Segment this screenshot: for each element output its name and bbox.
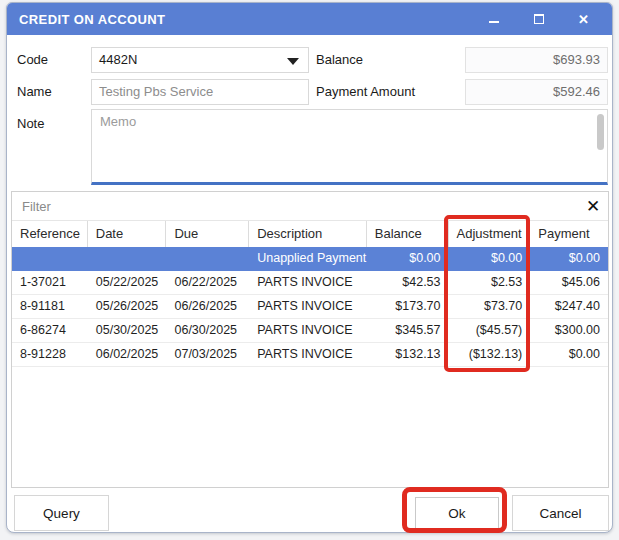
cell-adjustment: $0.00: [449, 247, 531, 270]
table-row[interactable]: 6-86274 05/30/2025 06/30/2025 PARTS INVO…: [12, 319, 608, 343]
cell-reference: 1-37021: [12, 271, 88, 294]
invoice-table: Reference Date Due Description Balance A…: [11, 220, 609, 488]
maximize-button[interactable]: [516, 3, 561, 35]
cell-balance: $132.13: [367, 343, 449, 366]
cell-balance: $42.53: [367, 271, 449, 294]
query-button[interactable]: Query: [14, 495, 109, 531]
ok-button[interactable]: Ok: [415, 497, 499, 529]
cell-due: [166, 247, 249, 270]
cell-payment: $0.00: [530, 247, 608, 270]
note-label: Note: [17, 111, 44, 137]
cell-description: PARTS INVOICE: [249, 343, 367, 366]
code-label: Code: [17, 47, 48, 73]
name-field[interactable]: Testing Pbs Service: [91, 79, 309, 105]
header-date[interactable]: Date: [88, 221, 167, 247]
cell-payment: $45.06: [530, 271, 608, 294]
window-controls: ✕: [471, 3, 606, 35]
table-header: Reference Date Due Description Balance A…: [12, 220, 608, 247]
balance-value: $693.93: [553, 52, 600, 67]
note-textarea[interactable]: Memo: [91, 109, 608, 185]
payment-amount-field[interactable]: $592.46: [465, 79, 608, 105]
name-value: Testing Pbs Service: [99, 84, 213, 99]
cell-payment: $300.00: [530, 319, 608, 342]
filter-input[interactable]: [12, 199, 578, 214]
cell-date: 05/26/2025: [88, 295, 167, 318]
cell-due: 06/26/2025: [166, 295, 249, 318]
cell-description: PARTS INVOICE: [249, 271, 367, 294]
close-icon: ✕: [578, 13, 589, 26]
cell-payment: $247.40: [530, 295, 608, 318]
cell-adjustment: ($132.13): [449, 343, 531, 366]
maximize-icon: [534, 14, 544, 24]
header-description[interactable]: Description: [249, 221, 367, 247]
header-payment[interactable]: Payment: [530, 221, 608, 247]
cell-due: 06/22/2025: [166, 271, 249, 294]
note-scrollbar[interactable]: [597, 114, 604, 150]
filter-bar: ✕: [11, 191, 609, 220]
cell-reference: 8-91181: [12, 295, 88, 318]
screen-background: CREDIT ON ACCOUNT ✕ Code 4482N Balance $…: [0, 0, 619, 540]
balance-field: $693.93: [465, 47, 608, 73]
header-balance[interactable]: Balance: [367, 221, 449, 247]
cell-date: 05/30/2025: [88, 319, 167, 342]
cell-date: 05/22/2025: [88, 271, 167, 294]
cell-payment: $0.00: [530, 343, 608, 366]
code-value: 4482N: [99, 52, 137, 67]
credit-on-account-dialog: CREDIT ON ACCOUNT ✕ Code 4482N Balance $…: [6, 2, 613, 533]
table-row[interactable]: 8-91181 05/26/2025 06/26/2025 PARTS INVO…: [12, 295, 608, 319]
minimize-icon: [489, 21, 499, 23]
name-label: Name: [17, 79, 52, 105]
cell-description: PARTS INVOICE: [249, 319, 367, 342]
titlebar[interactable]: CREDIT ON ACCOUNT ✕: [7, 3, 612, 35]
cell-adjustment: ($45.57): [449, 319, 531, 342]
table-body: Unapplied Payment $0.00 $0.00 $0.00 1-37…: [12, 247, 608, 367]
cell-reference: 8-91228: [12, 343, 88, 366]
cell-description: PARTS INVOICE: [249, 295, 367, 318]
cell-reference: [12, 247, 88, 270]
header-reference[interactable]: Reference: [12, 221, 88, 247]
table-row[interactable]: Unapplied Payment $0.00 $0.00 $0.00: [12, 247, 608, 271]
close-button[interactable]: ✕: [561, 3, 606, 35]
cell-balance: $173.70: [367, 295, 449, 318]
cell-adjustment: $2.53: [449, 271, 531, 294]
cell-reference: 6-86274: [12, 319, 88, 342]
table-row[interactable]: 1-37021 05/22/2025 06/22/2025 PARTS INVO…: [12, 271, 608, 295]
header-adjustment[interactable]: Adjustment: [449, 221, 531, 247]
cell-date: 06/02/2025: [88, 343, 167, 366]
cell-balance: $0.00: [367, 247, 449, 270]
table-row[interactable]: 8-91228 06/02/2025 07/03/2025 PARTS INVO…: [12, 343, 608, 367]
header-due[interactable]: Due: [166, 221, 249, 247]
code-dropdown[interactable]: 4482N: [91, 47, 309, 73]
cell-adjustment: $73.70: [449, 295, 531, 318]
dialog-title: CREDIT ON ACCOUNT: [7, 12, 165, 27]
payment-amount-value: $592.46: [553, 84, 600, 99]
note-placeholder: Memo: [92, 110, 607, 133]
cell-date: [88, 247, 167, 270]
cell-description: Unapplied Payment: [249, 247, 367, 270]
cancel-button[interactable]: Cancel: [512, 495, 609, 531]
filter-clear-icon[interactable]: ✕: [578, 192, 608, 221]
minimize-button[interactable]: [471, 3, 516, 35]
chevron-down-icon: [287, 58, 299, 65]
cell-due: 07/03/2025: [166, 343, 249, 366]
cell-balance: $345.57: [367, 319, 449, 342]
payment-amount-label: Payment Amount: [316, 79, 415, 105]
cell-due: 06/30/2025: [166, 319, 249, 342]
balance-label: Balance: [316, 47, 363, 73]
